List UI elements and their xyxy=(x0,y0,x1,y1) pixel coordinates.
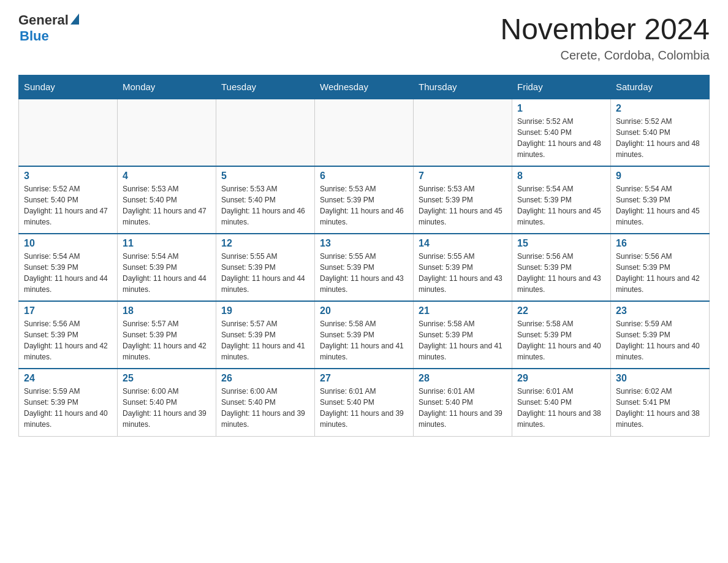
day-info: Sunrise: 5:55 AM Sunset: 5:39 PM Dayligh… xyxy=(221,251,309,295)
day-info: Sunrise: 5:59 AM Sunset: 5:39 PM Dayligh… xyxy=(616,318,704,362)
calendar-cell: 28Sunrise: 6:01 AM Sunset: 5:40 PM Dayli… xyxy=(414,369,512,436)
day-number: 3 xyxy=(24,170,112,182)
day-number: 16 xyxy=(616,238,704,249)
day-number: 14 xyxy=(419,238,507,249)
weekday-header-friday: Friday xyxy=(512,75,611,99)
day-info: Sunrise: 5:54 AM Sunset: 5:39 PM Dayligh… xyxy=(24,251,112,295)
day-number: 23 xyxy=(616,305,704,316)
logo-blue-text: Blue xyxy=(20,28,49,44)
calendar-cell: 20Sunrise: 5:58 AM Sunset: 5:39 PM Dayli… xyxy=(315,301,414,369)
day-number: 22 xyxy=(517,305,605,316)
title-area: November 2024 Cerete, Cordoba, Colombia xyxy=(500,12,710,63)
calendar-cell: 27Sunrise: 6:01 AM Sunset: 5:40 PM Dayli… xyxy=(315,369,414,436)
calendar-cell: 11Sunrise: 5:54 AM Sunset: 5:39 PM Dayli… xyxy=(118,234,216,301)
calendar-cell: 3Sunrise: 5:52 AM Sunset: 5:40 PM Daylig… xyxy=(19,166,118,234)
day-number: 11 xyxy=(123,238,211,249)
day-number: 15 xyxy=(517,238,605,249)
calendar-cell xyxy=(19,99,118,166)
day-info: Sunrise: 5:54 AM Sunset: 5:39 PM Dayligh… xyxy=(123,251,211,295)
day-info: Sunrise: 5:53 AM Sunset: 5:39 PM Dayligh… xyxy=(320,183,408,228)
calendar-cell: 5Sunrise: 5:53 AM Sunset: 5:40 PM Daylig… xyxy=(216,166,315,234)
day-info: Sunrise: 6:00 AM Sunset: 5:40 PM Dayligh… xyxy=(123,386,211,430)
day-number: 28 xyxy=(419,373,507,384)
day-number: 5 xyxy=(221,170,309,182)
day-number: 8 xyxy=(517,170,605,182)
day-info: Sunrise: 5:53 AM Sunset: 5:39 PM Dayligh… xyxy=(419,183,507,228)
day-number: 18 xyxy=(123,305,211,316)
day-info: Sunrise: 5:55 AM Sunset: 5:39 PM Dayligh… xyxy=(320,251,408,295)
calendar-cell: 23Sunrise: 5:59 AM Sunset: 5:39 PM Dayli… xyxy=(611,301,710,369)
day-info: Sunrise: 6:02 AM Sunset: 5:41 PM Dayligh… xyxy=(616,386,704,430)
day-info: Sunrise: 6:00 AM Sunset: 5:40 PM Dayligh… xyxy=(221,386,309,430)
weekday-header-wednesday: Wednesday xyxy=(315,75,414,99)
weekday-header-monday: Monday xyxy=(118,75,216,99)
logo-general-text: General xyxy=(18,12,69,28)
logo: General Blue xyxy=(18,12,79,44)
calendar-cell: 13Sunrise: 5:55 AM Sunset: 5:39 PM Dayli… xyxy=(315,234,414,301)
day-info: Sunrise: 5:58 AM Sunset: 5:39 PM Dayligh… xyxy=(320,318,408,362)
page-header: General Blue November 2024 Cerete, Cordo… xyxy=(18,12,710,63)
day-info: Sunrise: 5:57 AM Sunset: 5:39 PM Dayligh… xyxy=(123,318,211,362)
week-row-1: 1Sunrise: 5:52 AM Sunset: 5:40 PM Daylig… xyxy=(19,99,710,166)
day-info: Sunrise: 6:01 AM Sunset: 5:40 PM Dayligh… xyxy=(517,386,605,430)
calendar-cell: 25Sunrise: 6:00 AM Sunset: 5:40 PM Dayli… xyxy=(118,369,216,436)
calendar-cell: 6Sunrise: 5:53 AM Sunset: 5:39 PM Daylig… xyxy=(315,166,414,234)
calendar-cell xyxy=(216,99,315,166)
day-number: 26 xyxy=(221,373,309,384)
calendar-cell: 26Sunrise: 6:00 AM Sunset: 5:40 PM Dayli… xyxy=(216,369,315,436)
calendar-cell: 9Sunrise: 5:54 AM Sunset: 5:39 PM Daylig… xyxy=(611,166,710,234)
day-number: 6 xyxy=(320,170,408,182)
calendar-table: SundayMondayTuesdayWednesdayThursdayFrid… xyxy=(18,75,710,437)
weekday-header-row: SundayMondayTuesdayWednesdayThursdayFrid… xyxy=(19,75,710,99)
calendar-cell xyxy=(315,99,414,166)
day-info: Sunrise: 5:53 AM Sunset: 5:40 PM Dayligh… xyxy=(221,183,309,228)
day-info: Sunrise: 5:54 AM Sunset: 5:39 PM Dayligh… xyxy=(616,183,704,228)
calendar-cell: 16Sunrise: 5:56 AM Sunset: 5:39 PM Dayli… xyxy=(611,234,710,301)
calendar-cell: 2Sunrise: 5:52 AM Sunset: 5:40 PM Daylig… xyxy=(611,99,710,166)
calendar-cell: 15Sunrise: 5:56 AM Sunset: 5:39 PM Dayli… xyxy=(512,234,611,301)
day-info: Sunrise: 5:55 AM Sunset: 5:39 PM Dayligh… xyxy=(419,251,507,295)
weekday-header-saturday: Saturday xyxy=(611,75,710,99)
month-year-title: November 2024 xyxy=(500,12,710,46)
day-number: 29 xyxy=(517,373,605,384)
day-number: 25 xyxy=(123,373,211,384)
day-number: 10 xyxy=(24,238,112,249)
day-info: Sunrise: 5:56 AM Sunset: 5:39 PM Dayligh… xyxy=(517,251,605,295)
calendar-cell: 8Sunrise: 5:54 AM Sunset: 5:39 PM Daylig… xyxy=(512,166,611,234)
calendar-cell: 17Sunrise: 5:56 AM Sunset: 5:39 PM Dayli… xyxy=(19,301,118,369)
day-number: 2 xyxy=(616,103,704,114)
calendar-cell: 29Sunrise: 6:01 AM Sunset: 5:40 PM Dayli… xyxy=(512,369,611,436)
day-number: 9 xyxy=(616,170,704,182)
day-info: Sunrise: 5:57 AM Sunset: 5:39 PM Dayligh… xyxy=(221,318,309,362)
day-number: 4 xyxy=(123,170,211,182)
day-number: 13 xyxy=(320,238,408,249)
day-info: Sunrise: 5:59 AM Sunset: 5:39 PM Dayligh… xyxy=(24,386,112,430)
day-number: 27 xyxy=(320,373,408,384)
logo-triangle-icon xyxy=(70,13,79,25)
weekday-header-sunday: Sunday xyxy=(19,75,118,99)
day-info: Sunrise: 5:56 AM Sunset: 5:39 PM Dayligh… xyxy=(616,251,704,295)
calendar-cell: 24Sunrise: 5:59 AM Sunset: 5:39 PM Dayli… xyxy=(19,369,118,436)
day-info: Sunrise: 5:53 AM Sunset: 5:40 PM Dayligh… xyxy=(123,183,211,228)
day-number: 30 xyxy=(616,373,704,384)
calendar-cell: 10Sunrise: 5:54 AM Sunset: 5:39 PM Dayli… xyxy=(19,234,118,301)
day-number: 7 xyxy=(419,170,507,182)
day-number: 1 xyxy=(517,103,605,114)
day-number: 12 xyxy=(221,238,309,249)
day-info: Sunrise: 5:52 AM Sunset: 5:40 PM Dayligh… xyxy=(24,183,112,228)
location-subtitle: Cerete, Cordoba, Colombia xyxy=(500,48,710,63)
day-info: Sunrise: 5:52 AM Sunset: 5:40 PM Dayligh… xyxy=(517,116,605,160)
day-number: 24 xyxy=(24,373,112,384)
day-number: 17 xyxy=(24,305,112,316)
calendar-cell: 14Sunrise: 5:55 AM Sunset: 5:39 PM Dayli… xyxy=(414,234,512,301)
calendar-cell xyxy=(118,99,216,166)
day-info: Sunrise: 5:52 AM Sunset: 5:40 PM Dayligh… xyxy=(616,116,704,160)
day-info: Sunrise: 6:01 AM Sunset: 5:40 PM Dayligh… xyxy=(419,386,507,430)
calendar-cell xyxy=(414,99,512,166)
day-number: 21 xyxy=(419,305,507,316)
calendar-cell: 1Sunrise: 5:52 AM Sunset: 5:40 PM Daylig… xyxy=(512,99,611,166)
week-row-3: 10Sunrise: 5:54 AM Sunset: 5:39 PM Dayli… xyxy=(19,234,710,301)
day-info: Sunrise: 5:54 AM Sunset: 5:39 PM Dayligh… xyxy=(517,183,605,228)
day-number: 20 xyxy=(320,305,408,316)
week-row-4: 17Sunrise: 5:56 AM Sunset: 5:39 PM Dayli… xyxy=(19,301,710,369)
